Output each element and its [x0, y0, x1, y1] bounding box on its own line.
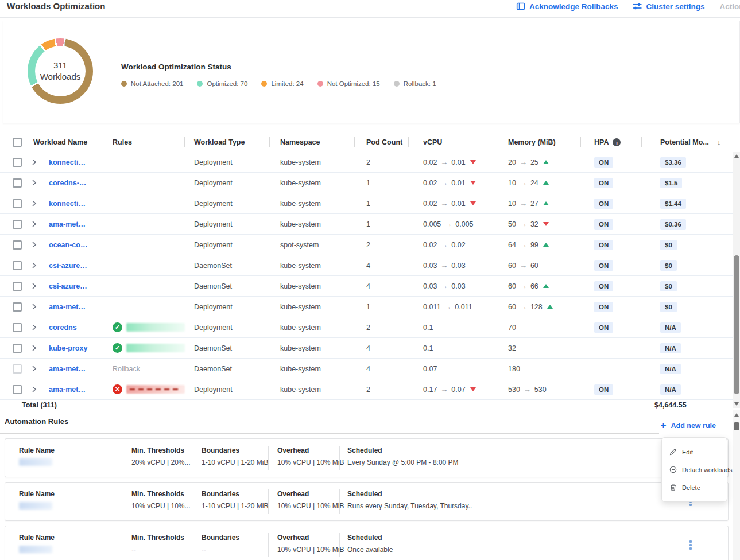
row-checkbox[interactable]: [13, 302, 22, 312]
hpa-info-icon[interactable]: i: [613, 138, 621, 146]
workload-name-link[interactable]: ama-met…: [41, 303, 86, 311]
memory-cell: 530→530: [497, 385, 581, 394]
workload-name-link[interactable]: konnecti…: [41, 158, 86, 166]
menu-item-detach-workloads[interactable]: Detach workloads: [662, 461, 727, 479]
header-cell-potential-savings[interactable]: Potential Mo...↓: [642, 133, 733, 152]
header-cell-memory[interactable]: Memory (MiB): [497, 133, 581, 152]
page-header: Workloads Optimization Acknowledge Rollb…: [0, 0, 740, 18]
scrollbar-up-icon[interactable]: [733, 152, 740, 160]
rule-more-options-kebab-icon[interactable]: [687, 539, 695, 551]
sort-descending-icon[interactable]: ↓: [717, 138, 721, 147]
redacted-rule-name: [19, 546, 52, 553]
row-checkbox[interactable]: [13, 220, 22, 229]
header-cell-vcpu[interactable]: vCPU: [409, 133, 497, 152]
workload-name-link[interactable]: coredns: [41, 324, 77, 332]
rule-context-menu: EditDetach workloadsDelete: [661, 437, 727, 502]
memory-cell: 70: [497, 324, 581, 332]
header-cell-workload-type[interactable]: Workload Type: [185, 133, 270, 152]
potential-savings-cell: N/A: [642, 364, 733, 374]
workload-name-link[interactable]: ama-met…: [41, 365, 86, 373]
workload-name-link[interactable]: csi-azure…: [41, 262, 87, 270]
hpa-cell: ON: [581, 384, 642, 395]
arrow-right-icon: →: [516, 261, 530, 270]
expand-row-icon[interactable]: [26, 304, 41, 310]
expand-row-icon[interactable]: [26, 345, 41, 351]
row-checkbox[interactable]: [13, 158, 22, 167]
vcpu-cell: 0.02→0.01: [409, 158, 497, 166]
workload-name-link[interactable]: kube-proxy: [41, 344, 87, 352]
cluster-settings-button[interactable]: Cluster settings: [633, 2, 704, 11]
table-row: ama-met…Deploymentkube-system10.011→0.01…: [0, 297, 733, 317]
menu-item-delete[interactable]: Delete: [662, 479, 727, 496]
expand-row-icon[interactable]: [26, 386, 41, 392]
table-scrollbar[interactable]: [733, 152, 740, 408]
table-row: ama-met…Deploymentkube-system10.005→0.00…: [0, 214, 733, 235]
trend-down-icon: [470, 201, 476, 205]
potential-savings-cell: $0: [642, 281, 733, 291]
row-checkbox[interactable]: [13, 240, 22, 250]
expand-row-icon[interactable]: [26, 180, 41, 186]
acknowledge-rollbacks-button[interactable]: Acknowledge Rollbacks: [516, 2, 618, 11]
scrollbar-up-icon[interactable]: [733, 411, 740, 419]
row-checkbox[interactable]: [13, 364, 22, 374]
donut-center-label: 311 Workloads: [28, 38, 93, 104]
pod-count-cell: 4: [355, 262, 409, 270]
namespace-cell: kube-system: [270, 344, 355, 352]
vcpu-cell: 0.02→0.01: [409, 199, 497, 208]
select-all-checkbox[interactable]: [13, 138, 22, 147]
expand-row-icon[interactable]: [26, 221, 41, 227]
vcpu-cell: 0.17→0.07: [409, 385, 497, 394]
scrollbar-thumb[interactable]: [734, 255, 739, 394]
header-cell-rules[interactable]: Rules: [104, 133, 185, 152]
arrow-right-icon: →: [437, 178, 451, 187]
hpa-on-badge: ON: [594, 384, 613, 395]
trend-up-icon: [543, 243, 549, 247]
scrollbar-thumb[interactable]: [734, 422, 739, 430]
memory-cell: 20→25: [497, 158, 581, 166]
header-cell-namespace[interactable]: Namespace: [270, 133, 355, 152]
memory-cell: 64→99: [497, 240, 581, 249]
header-cell-hpa[interactable]: HPAi: [581, 133, 642, 152]
workload-name-link[interactable]: ocean-co…: [41, 241, 87, 249]
scrollbar-down-icon[interactable]: [733, 400, 740, 408]
vcpu-cell: 0.1: [409, 324, 497, 332]
trend-down-icon: [470, 387, 476, 391]
row-checkbox[interactable]: [13, 282, 22, 291]
add-new-rule-button[interactable]: + Add new rule: [657, 420, 719, 431]
actions-button[interactable]: Actions: [719, 2, 740, 11]
row-checkbox[interactable]: [13, 261, 22, 270]
vcpu-cell: 0.07: [409, 365, 497, 373]
workload-type-cell: DaemonSet: [185, 282, 270, 290]
row-checkbox[interactable]: [13, 323, 22, 332]
rule-field: Boundaries1-10 vCPU | 1-20 MiB: [202, 446, 269, 466]
header-cell-workload-name[interactable]: Workload Name: [26, 133, 104, 152]
expand-row-icon[interactable]: [26, 324, 41, 330]
menu-item-edit[interactable]: Edit: [662, 443, 727, 461]
table-row: ama-met…RollbackDaemonSetkube-system40.0…: [0, 359, 733, 379]
pod-count-cell: 4: [355, 344, 409, 352]
expand-row-icon[interactable]: [26, 159, 41, 165]
workload-name-link[interactable]: csi-azure…: [41, 282, 87, 290]
potential-savings-badge: N/A: [660, 343, 681, 353]
header-cell-pod-count[interactable]: Pod Count: [355, 133, 409, 152]
row-checkbox[interactable]: [13, 178, 22, 188]
potential-savings-cell: $0: [642, 260, 733, 271]
row-checkbox[interactable]: [13, 344, 22, 353]
page-scrollbar[interactable]: [733, 410, 740, 560]
expand-row-icon[interactable]: [26, 365, 41, 372]
expand-row-icon[interactable]: [26, 242, 41, 248]
workload-type-cell: Deployment: [185, 179, 270, 187]
expand-row-icon[interactable]: [26, 262, 41, 269]
workload-name-link[interactable]: coredns-…: [41, 179, 86, 187]
workload-name-link[interactable]: ama-met…: [41, 220, 86, 228]
memory-cell: 50→32: [497, 220, 581, 228]
potential-savings-cell: $0: [642, 302, 733, 312]
expand-row-icon[interactable]: [26, 283, 41, 289]
row-checkbox[interactable]: [13, 199, 22, 208]
workload-name-link[interactable]: konnecti…: [41, 200, 86, 208]
workload-name-link[interactable]: ama-met…: [41, 386, 86, 394]
row-checkbox[interactable]: [13, 385, 22, 394]
namespace-cell: kube-system: [270, 324, 355, 332]
expand-row-icon[interactable]: [26, 200, 41, 207]
hpa-on-badge: ON: [594, 302, 613, 312]
